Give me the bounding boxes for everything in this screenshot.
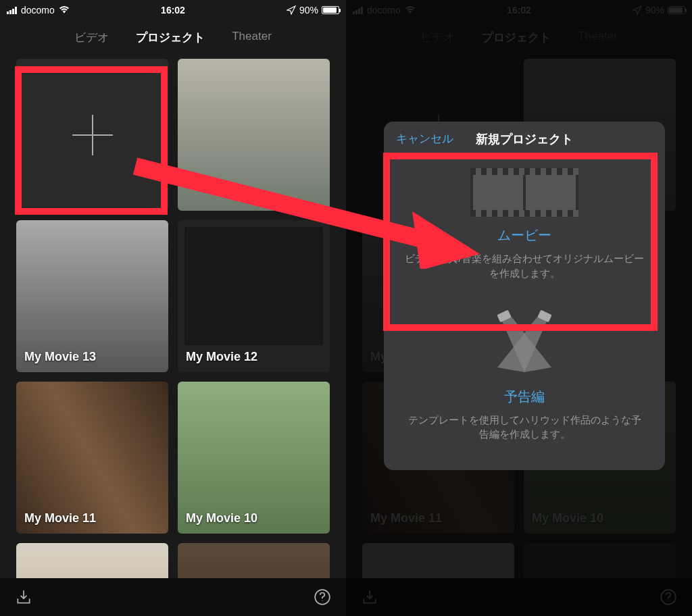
bottom-toolbar	[0, 578, 346, 616]
clock: 16:02	[161, 5, 185, 16]
signal-icon	[7, 6, 17, 14]
trailer-option-desc: テンプレートを使用してハリウッド作品のような予告編を作成します。	[404, 413, 645, 442]
wifi-icon	[59, 6, 70, 14]
annotation-highlight-box	[15, 66, 168, 215]
annotation-highlight-box	[383, 153, 658, 331]
project-title: My Movie 13	[16, 342, 104, 372]
project-tile[interactable]: My Movie 12	[178, 220, 330, 372]
top-tabs: ビデオ プロジェクト Theater	[0, 20, 346, 59]
help-icon[interactable]	[314, 588, 331, 606]
project-tile[interactable]	[178, 59, 330, 211]
trailer-option-title: 予告編	[404, 388, 645, 406]
battery-percent: 90%	[299, 5, 318, 16]
location-icon	[287, 5, 296, 15]
project-title: My Movie 12	[178, 342, 266, 372]
tab-video[interactable]: ビデオ	[74, 30, 109, 45]
modal-title: 新規プロジェクト	[476, 131, 573, 147]
project-tile[interactable]: My Movie 13	[16, 220, 168, 372]
cancel-button[interactable]: キャンセル	[396, 131, 453, 147]
tab-projects[interactable]: プロジェクト	[136, 30, 205, 45]
project-title: My Movie 11	[16, 503, 104, 534]
project-tile[interactable]: My Movie 10	[178, 382, 330, 534]
import-icon[interactable]	[15, 588, 32, 606]
battery-icon	[322, 6, 339, 14]
status-bar: docomo 16:02 90%	[0, 0, 346, 20]
carrier-label: docomo	[21, 5, 55, 16]
project-tile[interactable]: My Movie 11	[16, 382, 168, 534]
project-title: My Movie 10	[178, 503, 266, 534]
tab-theater[interactable]: Theater	[232, 30, 272, 45]
